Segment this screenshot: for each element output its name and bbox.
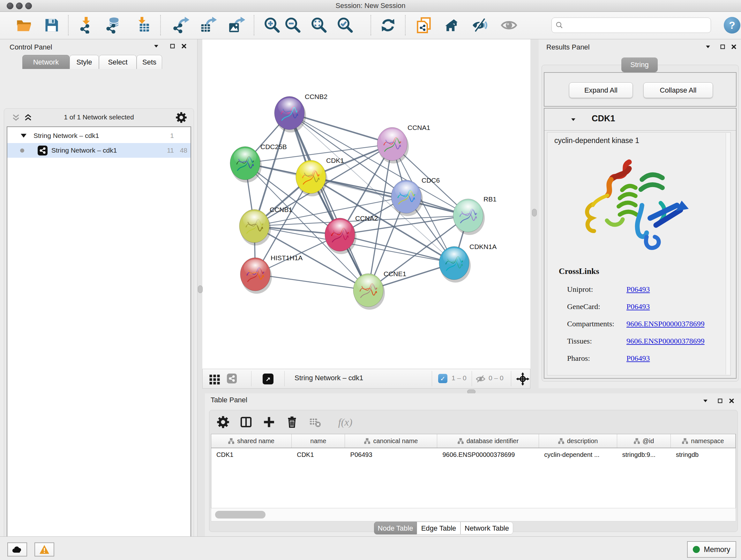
network-node[interactable]: CCNB1 <box>239 206 292 246</box>
network-node[interactable]: CCNA2 <box>325 214 378 254</box>
network-edge[interactable] <box>255 274 368 290</box>
export-image-button[interactable] <box>228 16 246 34</box>
crosslink-link[interactable]: P06493 <box>626 285 650 294</box>
table-hscrollbar-thumb[interactable] <box>215 511 266 518</box>
table-cell[interactable]: CDK1 <box>211 448 292 461</box>
table-cell[interactable]: stringdb:9... <box>617 448 671 461</box>
network-node[interactable]: CCNE1 <box>353 270 406 310</box>
gene-section-header[interactable]: CDK1 <box>544 109 736 131</box>
clone-network-button[interactable] <box>415 16 433 34</box>
network-edge[interactable] <box>289 113 368 290</box>
collection-expand-icon[interactable] <box>21 134 26 138</box>
network-node[interactable]: CCNB2 <box>274 93 327 132</box>
home-button[interactable] <box>443 16 461 34</box>
birds-eye-grid-icon[interactable] <box>209 373 220 385</box>
open-in-window-button[interactable] <box>263 374 273 384</box>
column-header[interactable]: canonical name <box>345 434 437 448</box>
tab-sets[interactable]: Sets <box>137 55 162 69</box>
left-splitter-handle[interactable] <box>198 286 203 293</box>
network-node[interactable]: RB1 <box>453 195 496 235</box>
open-session-button[interactable] <box>15 16 33 34</box>
tab-string[interactable]: String <box>621 57 658 72</box>
network-node[interactable]: CCNA1 <box>377 124 430 164</box>
tab-style[interactable]: Style <box>70 55 99 69</box>
crosslink-link[interactable]: P06493 <box>626 354 650 363</box>
close-panel-icon[interactable] <box>181 44 187 49</box>
right-splitter-handle[interactable] <box>532 209 537 216</box>
network-options-gear-icon[interactable] <box>176 112 187 123</box>
save-session-button[interactable] <box>43 16 61 34</box>
export-table-button[interactable] <box>199 16 217 34</box>
tab-select[interactable]: Select <box>99 55 137 69</box>
tab-edge-table[interactable]: Edge Table <box>417 522 461 535</box>
crosslink-link[interactable]: 9606.ENSP00000378699 <box>626 320 704 328</box>
search-input[interactable] <box>551 17 711 33</box>
network-node[interactable]: CDKN1A <box>439 243 496 283</box>
warnings-button[interactable] <box>35 543 54 557</box>
selected-checkbox[interactable]: ✓ <box>438 374 448 383</box>
table-cell[interactable]: stringdb <box>671 448 736 461</box>
network-node[interactable]: HIST1H1A <box>240 254 302 294</box>
float-panel-icon[interactable] <box>718 398 723 403</box>
results-scrollbar[interactable] <box>726 133 730 374</box>
memory-button[interactable]: Memory <box>687 541 736 558</box>
zoom-in-button[interactable] <box>263 16 281 34</box>
collapse-panel-icon[interactable] <box>703 398 708 403</box>
show-columns-button[interactable] <box>239 415 253 429</box>
table-hscrollbar[interactable] <box>211 508 736 521</box>
table-cell[interactable]: 9606.ENSP00000378699 <box>437 448 539 461</box>
create-column-button[interactable] <box>262 415 276 429</box>
table-cell[interactable]: P06493 <box>345 448 437 461</box>
table-options-button[interactable] <box>216 415 230 429</box>
tab-network[interactable]: Network <box>22 55 70 69</box>
zoom-out-button[interactable] <box>284 16 302 34</box>
delete-table-button[interactable] <box>308 415 322 429</box>
hide-selected-button[interactable] <box>471 16 489 34</box>
column-header[interactable]: name <box>292 434 345 448</box>
zoom-selected-button[interactable] <box>336 16 354 34</box>
gene-details: cyclin-dependent kinase 1 <box>547 132 731 375</box>
collapse-panel-icon[interactable] <box>705 44 711 50</box>
tab-network-table[interactable]: Network Table <box>461 522 513 535</box>
float-panel-icon[interactable] <box>720 44 725 50</box>
close-panel-icon[interactable] <box>729 398 734 403</box>
crosslink-link[interactable]: 9606.ENSP00000378699 <box>626 337 704 346</box>
import-network-button[interactable] <box>77 16 95 34</box>
close-panel-icon[interactable] <box>731 44 737 50</box>
table-cell[interactable]: CDK1 <box>292 448 345 461</box>
column-header[interactable]: shared name <box>211 434 292 448</box>
network-graph[interactable]: CCNB2CCNA1CDC25BCDK1CDC6RB1CCNB1CCNA2CDK… <box>202 39 530 369</box>
tab-node-table[interactable]: Node Table <box>374 522 417 535</box>
cloud-status-button[interactable] <box>7 543 27 557</box>
collapse-panel-icon[interactable] <box>153 44 159 49</box>
help-button[interactable]: ? <box>724 17 740 34</box>
network-canvas[interactable]: CCNB2CCNA1CDC25BCDK1CDC6RB1CCNB1CCNA2CDK… <box>202 39 530 369</box>
refresh-button[interactable] <box>379 16 397 34</box>
network-node-label: RB1 <box>483 195 496 203</box>
column-header[interactable]: database identifier <box>437 434 539 448</box>
export-network-button[interactable] <box>172 16 190 34</box>
column-header[interactable]: namespace <box>671 434 736 448</box>
import-table-button[interactable] <box>134 16 151 34</box>
column-header[interactable]: @id <box>617 434 671 448</box>
network-edge[interactable] <box>311 177 468 215</box>
crosslink-link[interactable]: P06493 <box>626 302 650 311</box>
zoom-fit-button[interactable] <box>310 16 328 34</box>
table-cell[interactable]: cyclin-dependent ... <box>539 448 617 461</box>
search-field-wrap <box>551 17 711 33</box>
table-row[interactable]: CDK1CDK1P064939606.ENSP00000378699cyclin… <box>211 448 736 461</box>
collapse-all-button[interactable]: Collapse All <box>643 82 713 98</box>
fit-content-crosshair-icon[interactable] <box>516 372 529 386</box>
network-collection-row[interactable]: String Network – cdk1 1 <box>7 128 191 143</box>
float-panel-icon[interactable] <box>170 44 175 49</box>
network-row-selected[interactable]: String Network – cdk1 11 48 <box>7 143 191 158</box>
column-header[interactable]: description <box>539 434 617 448</box>
delete-column-button[interactable] <box>285 415 299 429</box>
network-node[interactable]: CDC6 <box>391 177 440 216</box>
network-type-badge[interactable] <box>227 374 237 383</box>
section-collapse-icon[interactable] <box>570 117 576 122</box>
function-builder-button[interactable]: f(x) <box>333 415 358 429</box>
expand-all-button[interactable]: Expand All <box>569 82 633 98</box>
import-database-button[interactable] <box>105 16 122 34</box>
show-all-button[interactable] <box>500 16 518 34</box>
